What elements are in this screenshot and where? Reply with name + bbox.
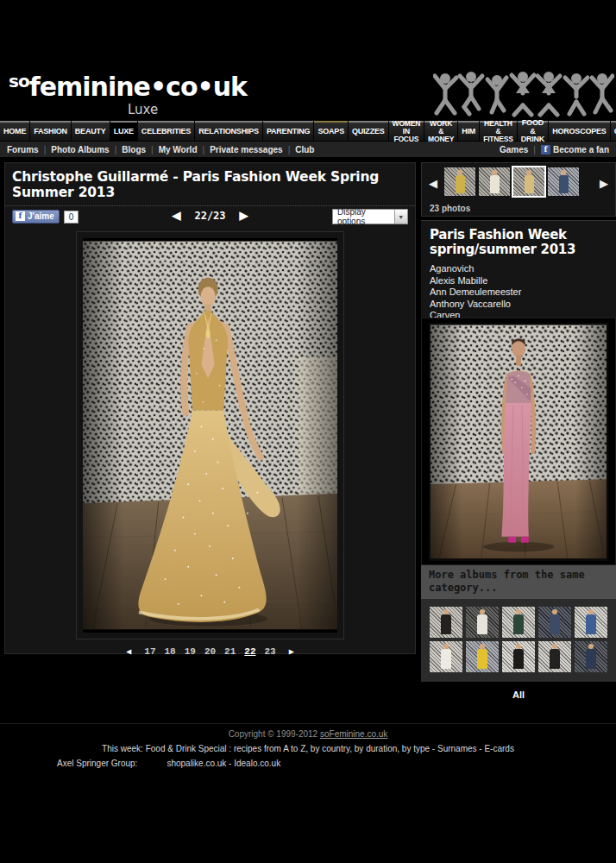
page-number-21[interactable]: 21 xyxy=(224,646,236,657)
album-thumbnail-6[interactable] xyxy=(430,641,462,672)
main-photo[interactable] xyxy=(77,232,343,639)
nav-item-comps[interactable]: COMPS xyxy=(611,121,616,141)
become-a-fan-link[interactable]: Become a fan xyxy=(553,145,609,154)
designer-aganovich[interactable]: Aganovich xyxy=(430,263,607,275)
display-options-select[interactable]: Display options ▼ xyxy=(332,209,408,224)
footer-separator xyxy=(0,723,616,724)
model-dress xyxy=(490,175,500,193)
page-number-22[interactable]: 22 xyxy=(244,646,255,657)
like-button[interactable]: fJ'aime xyxy=(12,210,60,224)
sub-nav-divider: | xyxy=(533,145,536,154)
model-dress xyxy=(586,649,596,669)
nav-item-food-drink[interactable]: FOOD & DRINK xyxy=(518,121,549,141)
model-dress xyxy=(513,614,524,634)
designer-ann-demeulemeester[interactable]: Ann Demeulemeester xyxy=(430,287,607,299)
model-dress xyxy=(441,649,451,669)
model-dress xyxy=(550,614,560,634)
dancing-figures-graphic xyxy=(433,67,614,121)
designer-anthony-vaccarello[interactable]: Anthony Vaccarello xyxy=(430,299,607,311)
site-logo[interactable]: sofeminine•co•uk xyxy=(9,71,247,102)
photo-count: 23 photos xyxy=(430,204,470,213)
nav-item-work-money[interactable]: WORK & MONEY xyxy=(424,121,457,141)
nav-item-health-fitness[interactable]: HEALTH & FITNESS xyxy=(480,121,516,141)
album-thumbnail-3[interactable] xyxy=(502,607,535,638)
display-options-label: Display options xyxy=(337,207,394,226)
copyright-link[interactable]: soFeminine.co.uk xyxy=(320,729,387,739)
previous-photo-arrow[interactable]: ◀ xyxy=(172,209,180,222)
copyright-text: Copyright © 1999-2012 xyxy=(229,729,320,739)
group-label: Axel Springer Group: xyxy=(57,759,137,768)
gallery-controls: fJ'aime 0 ◀ 22/23 ▶ Display options ▼ xyxy=(5,206,415,229)
next-photo-arrow[interactable]: ▶ xyxy=(240,209,248,222)
nav-item-women-in-focus[interactable]: WOMEN IN FOCUS xyxy=(389,121,424,141)
nav-item-parenting[interactable]: PARENTING xyxy=(263,121,314,141)
nav-item-relationships[interactable]: RELATIONSHIPS xyxy=(195,121,262,141)
sub-nav-divider: | xyxy=(151,145,154,154)
dancing-figures-icon xyxy=(433,67,614,117)
model-dress xyxy=(477,614,487,634)
group-links[interactable]: shopalike.co.uk - Idealo.co.uk xyxy=(167,759,280,768)
page-title: Christophe Guillarmé - Paris Fashion Wee… xyxy=(5,163,415,206)
main-nav: HOMEFASHIONBEAUTYLUXECELEBRITIESRELATION… xyxy=(0,121,616,141)
album-thumbnail-9[interactable] xyxy=(538,641,571,672)
chevron-down-icon: ▼ xyxy=(394,210,407,224)
next-page-arrow[interactable]: ▶ xyxy=(289,647,294,657)
nav-item-soaps[interactable]: SOAPS xyxy=(314,121,348,141)
strip-thumbnail-4[interactable] xyxy=(548,167,579,196)
page-number-nav: ◀17181920212223▶ xyxy=(5,646,415,657)
logo-so: so xyxy=(9,71,29,91)
nav-item-him[interactable]: HIM xyxy=(458,121,479,141)
sub-nav: Forums|Photo Albums|Blogs|My World|Priva… xyxy=(0,142,616,158)
designer-alexis-mabille[interactable]: Alexis Mabille xyxy=(430,275,607,287)
all-link[interactable]: All xyxy=(421,690,616,700)
nav-item-fashion[interactable]: FASHION xyxy=(30,121,71,141)
album-thumbnail-7[interactable] xyxy=(466,641,499,672)
nav-item-home[interactable]: HOME xyxy=(0,121,29,141)
strip-thumbnail-3[interactable] xyxy=(513,167,544,196)
page-number-18[interactable]: 18 xyxy=(164,646,175,657)
album-thumbnail-10[interactable] xyxy=(575,641,607,672)
page-number-20[interactable]: 20 xyxy=(204,646,216,657)
thumbnail-strip xyxy=(444,167,579,196)
nav-item-luxe[interactable]: LUXE xyxy=(110,121,137,141)
nav-item-quizzes[interactable]: QUIZZES xyxy=(349,121,388,141)
photo-pager: ◀ 22/23 ▶ xyxy=(172,209,248,222)
album-thumbnail-5[interactable] xyxy=(575,607,607,638)
strip-next-arrow[interactable]: ▶ xyxy=(600,177,608,190)
album-thumbnail-8[interactable] xyxy=(502,641,535,672)
sub-nav-private-messages[interactable]: Private messages xyxy=(210,145,283,154)
strip-thumbnail-2[interactable] xyxy=(479,167,510,196)
nav-item-celebrities[interactable]: CELEBRITIES xyxy=(138,121,194,141)
like-label: J'aime xyxy=(28,211,54,221)
model-dress xyxy=(456,175,465,193)
sub-nav-blogs[interactable]: Blogs xyxy=(122,145,146,154)
album-title: Paris Fashion Week spring/summer 2013 xyxy=(430,228,607,257)
logo-rest: feminine•co•uk xyxy=(29,72,247,102)
gallery-panel: Christophe Guillarmé - Paris Fashion Wee… xyxy=(4,162,416,654)
sub-nav-photo-albums[interactable]: Photo Albums xyxy=(51,145,109,154)
model-dress xyxy=(477,649,487,669)
strip-thumbnail-1[interactable] xyxy=(444,167,475,196)
next-photo-panel xyxy=(421,318,616,565)
album-thumbnail-2[interactable] xyxy=(466,607,499,638)
page-number-23[interactable]: 23 xyxy=(265,646,276,657)
strip-previous-arrow[interactable]: ◀ xyxy=(429,177,437,190)
this-week-line[interactable]: This week: Food & Drink Special : recipe… xyxy=(0,744,616,753)
copyright-line: Copyright © 1999-2012 soFeminine.co.uk xyxy=(0,729,616,739)
logo-tagline: Luxe xyxy=(128,102,158,117)
page-number-19[interactable]: 19 xyxy=(185,646,196,657)
nav-item-horoscopes[interactable]: HOROSCOPES xyxy=(549,121,610,141)
album-thumbnail-1[interactable] xyxy=(430,607,462,638)
nav-item-beauty[interactable]: BEAUTY xyxy=(72,121,110,141)
sub-nav-games[interactable]: Games xyxy=(500,145,528,154)
next-photo[interactable] xyxy=(429,323,608,561)
sub-nav-club[interactable]: Club xyxy=(295,145,314,154)
page-number-17[interactable]: 17 xyxy=(144,646,155,657)
sub-nav-forums[interactable]: Forums xyxy=(7,145,39,154)
facebook-like-widget: fJ'aime 0 xyxy=(12,210,79,224)
model-dress xyxy=(513,649,524,669)
album-thumbnail-4[interactable] xyxy=(538,607,571,638)
sub-nav-my-world[interactable]: My World xyxy=(159,145,198,154)
previous-page-arrow[interactable]: ◀ xyxy=(126,647,131,657)
sub-nav-divider: | xyxy=(203,145,205,154)
